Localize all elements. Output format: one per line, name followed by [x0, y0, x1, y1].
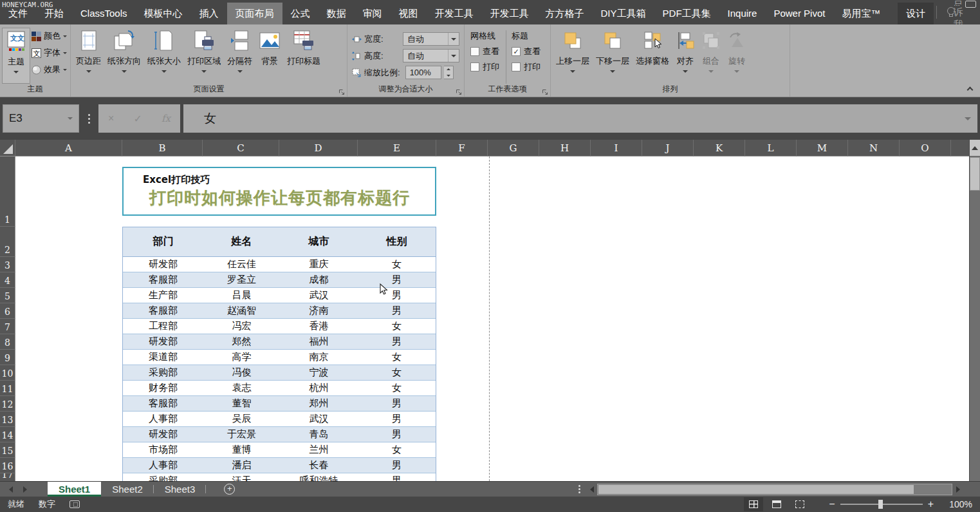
ribbon-tab[interactable]: 视图: [391, 3, 427, 24]
cell-gender[interactable]: 女: [358, 350, 436, 365]
column-header[interactable]: K: [694, 140, 745, 156]
row-header[interactable]: 14: [0, 427, 15, 442]
cell-gender[interactable]: 男: [358, 396, 436, 411]
horizontal-scroll-thumb[interactable]: [598, 485, 914, 494]
gridlines-view-row[interactable]: 查看: [470, 46, 506, 57]
cell-city[interactable]: 武汉: [280, 412, 358, 426]
row-header[interactable]: 3: [0, 257, 15, 272]
horizontal-scrollbar[interactable]: [586, 482, 963, 497]
cell-name[interactable]: 吴辰: [203, 412, 280, 426]
row-header[interactable]: 5: [0, 288, 15, 303]
bring-forward-button[interactable]: 上移一层: [553, 28, 593, 84]
cell-name[interactable]: 董博: [203, 442, 280, 457]
headings-view-checkbox[interactable]: ✓: [512, 47, 521, 56]
theme-effects-button[interactable]: 效果: [32, 62, 67, 77]
cell-name[interactable]: 董智: [203, 396, 280, 411]
headings-view-row[interactable]: ✓ 查看: [512, 46, 547, 57]
name-box[interactable]: E3: [3, 104, 79, 133]
send-backward-button[interactable]: 下移一层: [593, 28, 633, 84]
column-header[interactable]: I: [591, 140, 642, 156]
next-sheet-icon[interactable]: [23, 486, 27, 493]
dropdown-caret-icon[interactable]: [68, 117, 73, 120]
table-row[interactable]: 生产部 吕晨 武汉 男: [123, 288, 436, 303]
horizontal-scroll-track[interactable]: [597, 484, 952, 495]
height-dropdown[interactable]: 自动: [403, 49, 459, 62]
ribbon-tab[interactable]: 审阅: [355, 3, 391, 24]
dropdown-caret-icon[interactable]: [448, 33, 459, 45]
cell-city[interactable]: 郑州: [280, 396, 358, 411]
cell-name[interactable]: 任云佳: [203, 257, 280, 272]
row-header[interactable]: 1: [0, 156, 15, 227]
cell-city[interactable]: 南京: [280, 350, 358, 365]
sheet-canvas[interactable]: Excel打印技巧 打印时如何操作让每页都有标题行 部门姓名城市性别 研发部 任…: [15, 156, 980, 481]
zoom-level[interactable]: 100%: [939, 499, 972, 509]
expand-formula-bar-icon[interactable]: [965, 117, 971, 120]
scroll-left-button[interactable]: [587, 484, 596, 495]
cell-gender[interactable]: 男: [358, 473, 436, 481]
cell-city[interactable]: 香港: [280, 319, 358, 334]
scroll-right-button[interactable]: [953, 484, 963, 495]
sheet-tab[interactable]: Sheet1: [48, 482, 101, 497]
keyboard-icon[interactable]: [965, 1, 976, 8]
table-header-cell[interactable]: 城市: [280, 227, 358, 256]
row-header[interactable]: 12: [0, 396, 15, 412]
themes-button[interactable]: 文文 主题: [2, 28, 30, 84]
ribbon-tab[interactable]: 页面布局: [227, 3, 282, 24]
row-header[interactable]: 15: [0, 442, 15, 458]
cell-gender[interactable]: 女: [358, 319, 436, 334]
ribbon-tab[interactable]: 公式: [282, 3, 319, 24]
headings-print-checkbox[interactable]: [512, 62, 521, 71]
print-titles-button[interactable]: 打印标题: [284, 28, 324, 84]
row-header[interactable]: 10: [0, 365, 15, 381]
cell-gender[interactable]: 男: [358, 427, 436, 442]
cell-department[interactable]: 采购部: [123, 365, 203, 380]
cell-city[interactable]: 宁波: [280, 365, 358, 380]
ribbon-tab[interactable]: DIY工具箱: [593, 3, 654, 24]
select-all-button[interactable]: [0, 140, 15, 156]
column-header[interactable]: M: [797, 140, 848, 156]
table-row[interactable]: 研发部 于宏景 青岛 男: [123, 427, 436, 442]
selection-pane-button[interactable]: 选择窗格: [633, 28, 672, 84]
ribbon-tab[interactable]: 插入: [191, 3, 227, 24]
vertical-scrollbar[interactable]: [969, 140, 980, 481]
column-header[interactable]: E: [358, 140, 436, 156]
ribbon-tab[interactable]: 开发工具: [482, 3, 537, 24]
row-header[interactable]: 6: [0, 303, 15, 319]
scale-spinner[interactable]: [444, 66, 454, 79]
cell-city[interactable]: 福州: [280, 334, 358, 349]
table-row[interactable]: 人事部 吴辰 武汉 男: [123, 412, 436, 427]
column-header[interactable]: A: [15, 140, 122, 156]
rotate-button[interactable]: 旋转: [724, 28, 750, 84]
ellipsis-icon[interactable]: …: [954, 0, 960, 7]
normal-view-button[interactable]: [744, 497, 763, 511]
cell-name[interactable]: 冯俊: [203, 365, 280, 380]
column-header[interactable]: F: [436, 140, 488, 156]
new-sheet-button[interactable]: +: [224, 482, 235, 497]
size-button[interactable]: 纸张大小: [144, 28, 184, 84]
table-header-cell[interactable]: 部门: [123, 227, 203, 256]
cell-gender[interactable]: 女: [358, 365, 436, 380]
cell-department[interactable]: 采购部: [123, 473, 203, 481]
enter-icon[interactable]: ✓: [133, 113, 142, 125]
table-row[interactable]: 研发部 任云佳 重庆 女: [123, 257, 436, 272]
table-row[interactable]: 采购部 汪天 呼和浩特 男: [123, 473, 436, 481]
ribbon-tab[interactable]: 易用宝™: [833, 3, 889, 24]
table-row[interactable]: 客服部 董智 郑州 男: [123, 396, 436, 412]
cell-name[interactable]: 冯宏: [203, 319, 280, 334]
row-header[interactable]: 2: [0, 227, 15, 257]
zoom-in-button[interactable]: +: [923, 498, 939, 510]
cell-name[interactable]: 高学: [203, 350, 280, 365]
theme-fonts-button[interactable]: 文 字体: [32, 46, 67, 60]
cell-city[interactable]: 重庆: [280, 257, 358, 272]
ribbon-tab[interactable]: 方方格子: [537, 3, 593, 24]
cell-department[interactable]: 研发部: [123, 334, 203, 349]
table-row[interactable]: 人事部 潘启 长春 男: [123, 458, 436, 473]
cell-gender[interactable]: 男: [358, 272, 436, 287]
page-layout-view-button[interactable]: [767, 497, 786, 511]
cell-gender[interactable]: 男: [358, 334, 436, 349]
row-header[interactable]: 16: [0, 458, 15, 473]
cell-department[interactable]: 客服部: [123, 272, 203, 287]
table-row[interactable]: 市场部 董博 兰州 女: [123, 442, 436, 458]
ribbon-tab[interactable]: 开发工具: [427, 3, 482, 24]
cell-city[interactable]: 成都: [280, 272, 358, 287]
